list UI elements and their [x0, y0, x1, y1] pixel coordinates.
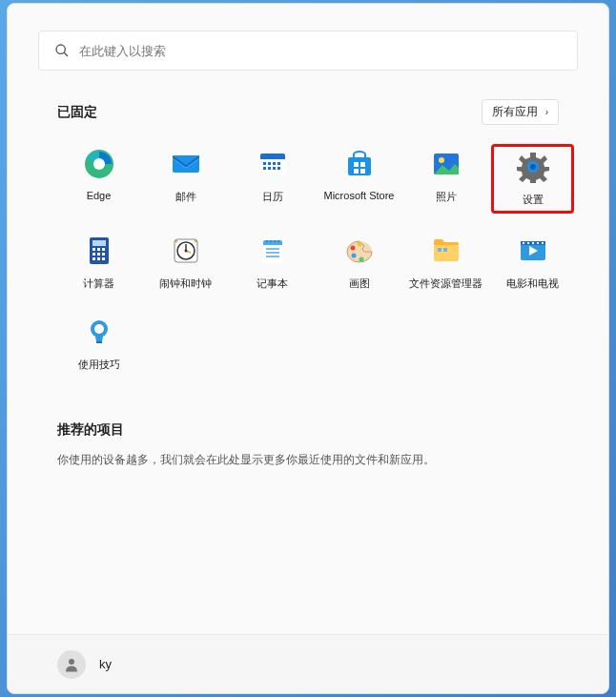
svg-rect-13 [273, 167, 276, 170]
pinned-tile-store[interactable]: Microsoft Store [318, 144, 400, 214]
svg-rect-25 [92, 240, 106, 246]
explorer-icon [430, 235, 462, 267]
svg-point-49 [351, 254, 356, 258]
svg-rect-11 [263, 167, 266, 170]
svg-point-48 [350, 246, 355, 251]
svg-rect-54 [443, 248, 447, 252]
chevron-right-icon: › [545, 107, 548, 117]
svg-rect-7 [263, 162, 266, 165]
recommended-description: 你使用的设备越多，我们就会在此处显示更多你最近使用的文件和新应用。 [57, 452, 574, 468]
tile-label: Edge [87, 190, 112, 201]
svg-rect-53 [438, 248, 441, 252]
svg-rect-30 [97, 253, 100, 256]
svg-rect-19 [360, 169, 365, 174]
search-icon [54, 43, 70, 58]
all-apps-button[interactable]: 所有应用 › [482, 99, 559, 125]
svg-rect-31 [102, 253, 105, 256]
clock-icon [170, 235, 202, 267]
svg-rect-60 [537, 242, 539, 244]
svg-rect-39 [263, 245, 282, 263]
svg-point-21 [439, 157, 444, 163]
svg-rect-4 [173, 155, 199, 173]
footer: ky [8, 634, 608, 693]
svg-point-0 [56, 45, 65, 53]
svg-rect-63 [96, 341, 102, 343]
pinned-tile-settings[interactable]: 设置 [491, 144, 574, 214]
movies-icon [517, 235, 549, 267]
svg-point-3 [93, 158, 105, 170]
store-icon [343, 148, 376, 180]
svg-point-43 [266, 240, 268, 242]
svg-point-65 [69, 659, 74, 665]
tips-icon [83, 316, 115, 348]
svg-point-50 [359, 257, 363, 262]
svg-rect-27 [97, 248, 100, 251]
svg-rect-28 [102, 248, 105, 251]
svg-point-45 [274, 240, 276, 242]
tile-label: 记事本 [257, 277, 288, 291]
svg-rect-57 [523, 242, 524, 244]
svg-point-37 [184, 250, 187, 253]
pinned-tile-calendar[interactable]: 日历 [231, 144, 314, 214]
recommended-title: 推荐的项目 [57, 421, 574, 439]
pinned-tile-paint[interactable]: 画图 [318, 231, 400, 295]
pinned-tile-calculator[interactable]: 计算器 [57, 231, 140, 295]
tile-label: 文件资源管理器 [409, 277, 483, 291]
pinned-tile-edge[interactable]: Edge [57, 144, 140, 214]
avatar[interactable] [57, 650, 86, 679]
svg-rect-29 [92, 253, 95, 256]
svg-rect-15 [348, 157, 371, 175]
svg-rect-17 [360, 162, 365, 167]
tile-label: 邮件 [175, 190, 196, 204]
person-icon [63, 656, 80, 673]
tile-label: 电影和电视 [506, 277, 559, 291]
svg-rect-18 [354, 169, 359, 174]
pinned-tile-clock[interactable]: 闹钟和时钟 [144, 231, 227, 295]
pinned-tile-explorer[interactable]: 文件资源管理器 [404, 231, 487, 295]
svg-point-64 [94, 324, 104, 334]
tile-label: Microsoft Store [324, 190, 395, 201]
tile-label: 画图 [349, 277, 370, 291]
mail-icon [170, 148, 202, 180]
settings-icon [517, 151, 549, 183]
svg-rect-33 [97, 257, 100, 260]
svg-rect-26 [92, 248, 95, 251]
pinned-title: 已固定 [57, 104, 97, 121]
pinned-header: 已固定 所有应用 › [57, 99, 574, 125]
tile-label: 使用技巧 [78, 358, 120, 372]
tile-label: 闹钟和时钟 [159, 277, 212, 291]
notepad-icon [257, 235, 289, 267]
photos-icon [430, 148, 462, 180]
edge-icon [83, 148, 115, 180]
search-input[interactable] [79, 44, 562, 58]
calculator-icon [83, 235, 115, 267]
paint-icon [343, 235, 376, 267]
svg-rect-9 [273, 162, 276, 165]
tile-label: 照片 [436, 190, 457, 204]
search-bar[interactable] [38, 31, 578, 71]
pinned-grid: Edge邮件日历Microsoft Store照片设置计算器闹钟和时钟记事本画图… [57, 144, 574, 376]
svg-rect-10 [277, 162, 280, 165]
pinned-tile-mail[interactable]: 邮件 [144, 144, 227, 214]
svg-rect-12 [268, 167, 271, 170]
start-menu-panel: 已固定 所有应用 › Edge邮件日历Microsoft Store照片设置计算… [7, 3, 609, 694]
svg-rect-58 [527, 242, 529, 244]
pinned-tile-movies[interactable]: 电影和电视 [491, 231, 574, 295]
svg-point-46 [277, 240, 279, 242]
pinned-tile-tips[interactable]: 使用技巧 [57, 312, 140, 376]
svg-point-23 [530, 164, 536, 170]
svg-rect-61 [542, 242, 544, 244]
username[interactable]: ky [99, 657, 112, 671]
svg-point-44 [270, 240, 272, 242]
tile-label: 日历 [262, 190, 283, 204]
svg-rect-32 [92, 257, 95, 260]
svg-point-51 [357, 242, 361, 247]
svg-rect-52 [434, 245, 459, 261]
pinned-tile-notepad[interactable]: 记事本 [231, 231, 314, 295]
calendar-icon [257, 148, 289, 180]
tile-label: 计算器 [83, 277, 114, 291]
svg-rect-8 [268, 162, 271, 165]
svg-line-1 [64, 52, 68, 56]
pinned-tile-photos[interactable]: 照片 [404, 144, 487, 214]
content-area: 已固定 所有应用 › Edge邮件日历Microsoft Store照片设置计算… [8, 71, 608, 634]
